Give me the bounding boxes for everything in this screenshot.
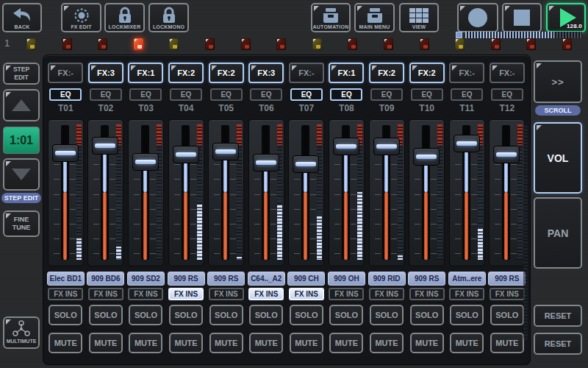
track-mute-button[interactable]: MUTE: [329, 333, 363, 353]
step-pad-7[interactable]: [241, 38, 251, 50]
track-solo-button[interactable]: SOLO: [249, 305, 283, 325]
track-fx-button[interactable]: FX:3: [248, 63, 284, 83]
track-solo-button[interactable]: SOLO: [329, 305, 363, 325]
step-pad-15[interactable]: [526, 38, 536, 50]
track-solo-button[interactable]: SOLO: [129, 305, 162, 325]
automation-button[interactable]: AUTOMATION: [311, 3, 351, 32]
track-fx-insert-button[interactable]: FX INS: [409, 288, 445, 300]
track-sample-button[interactable]: Elec BD1: [47, 272, 85, 286]
track-sample-button[interactable]: 909 CH: [287, 272, 325, 286]
step-pad-14[interactable]: [491, 38, 501, 50]
track-eq-button[interactable]: EQ: [290, 88, 323, 101]
track-fx-insert-button[interactable]: FX INS: [248, 288, 284, 300]
fader-handle[interactable]: [413, 148, 440, 166]
track-fader[interactable]: [48, 119, 84, 266]
track-fx-button[interactable]: FX:2: [168, 63, 204, 83]
reset-solo-button[interactable]: RESET: [534, 305, 582, 327]
track-mute-button[interactable]: MUTE: [89, 333, 123, 353]
track-fader[interactable]: [168, 119, 204, 266]
track-fx-insert-button[interactable]: FX INS: [369, 288, 404, 300]
fine-tune-button[interactable]: FINE TUNE: [3, 210, 40, 237]
step-pad-1[interactable]: [26, 38, 36, 50]
track-fx-button[interactable]: FX:2: [409, 63, 445, 83]
track-fader[interactable]: [208, 119, 244, 266]
track-fx-button[interactable]: FX:-: [48, 63, 83, 83]
step-pad-8[interactable]: [276, 38, 286, 50]
track-mute-button[interactable]: MUTE: [450, 333, 484, 353]
track-sample-button[interactable]: 909 RS: [207, 272, 245, 286]
fader-handle[interactable]: [493, 146, 520, 163]
track-sample-button[interactable]: C64.._A2: [248, 272, 285, 286]
track-fx-button[interactable]: FX:3: [88, 63, 123, 83]
pan-mode-button[interactable]: PAN: [534, 197, 582, 269]
step-pad-6[interactable]: [205, 38, 215, 50]
track-sample-button[interactable]: 909 BD6: [87, 272, 124, 286]
track-solo-button[interactable]: SOLO: [410, 305, 444, 325]
record-button[interactable]: [457, 3, 498, 32]
step-pad-13[interactable]: [455, 38, 465, 50]
track-mute-button[interactable]: MUTE: [490, 333, 524, 353]
fader-handle[interactable]: [453, 135, 480, 152]
track-eq-button[interactable]: EQ: [250, 88, 282, 101]
track-sample-button[interactable]: 909 RS: [488, 272, 526, 286]
fader-handle[interactable]: [92, 137, 118, 155]
track-solo-button[interactable]: SOLO: [169, 305, 203, 325]
track-eq-button[interactable]: EQ: [370, 88, 403, 101]
track-mute-button[interactable]: MUTE: [370, 333, 404, 353]
track-fx-insert-button[interactable]: FX INS: [168, 288, 204, 300]
fader-handle[interactable]: [173, 146, 199, 163]
step-up-button[interactable]: [3, 89, 40, 121]
track-sample-button[interactable]: 909 RID: [368, 272, 406, 286]
track-solo-button[interactable]: SOLO: [209, 305, 243, 325]
track-eq-button[interactable]: EQ: [129, 88, 162, 101]
fader-handle[interactable]: [373, 138, 400, 155]
fx-edit-button[interactable]: FX EDIT: [61, 3, 101, 32]
track-eq-button[interactable]: EQ: [90, 88, 122, 101]
track-sample-button[interactable]: 909 SD2: [127, 272, 165, 286]
fader-handle[interactable]: [52, 144, 79, 162]
track-fx-button[interactable]: FX:1: [128, 63, 163, 83]
track-fx-button[interactable]: FX:-: [490, 63, 525, 83]
track-fx-insert-button[interactable]: FX INS: [48, 288, 83, 300]
track-fx-button[interactable]: FX:2: [209, 63, 244, 83]
step-pad-12[interactable]: [420, 38, 429, 50]
track-solo-button[interactable]: SOLO: [290, 305, 323, 325]
track-fader[interactable]: [87, 119, 123, 266]
fader-handle[interactable]: [333, 138, 359, 155]
track-fx-insert-button[interactable]: FX INS: [449, 288, 484, 300]
track-fx-insert-button[interactable]: FX INS: [329, 288, 364, 300]
track-fx-insert-button[interactable]: FX INS: [88, 288, 123, 300]
step-pad-10[interactable]: [348, 38, 357, 50]
fader-handle[interactable]: [253, 154, 279, 171]
track-eq-button[interactable]: EQ: [411, 88, 443, 101]
track-mute-button[interactable]: MUTE: [410, 333, 444, 353]
track-mute-button[interactable]: MUTE: [209, 333, 243, 353]
track-mute-button[interactable]: MUTE: [249, 333, 283, 353]
track-eq-button[interactable]: EQ: [451, 88, 483, 101]
stop-button[interactable]: [502, 3, 542, 32]
step-edit-button[interactable]: STEP EDIT: [3, 63, 40, 85]
reset-mute-button[interactable]: RESET: [534, 333, 582, 355]
track-mute-button[interactable]: MUTE: [290, 333, 323, 353]
track-eq-button[interactable]: EQ: [210, 88, 243, 101]
multimute-button[interactable]: MULTIMUTE: [3, 316, 40, 349]
track-fx-button[interactable]: FX:-: [449, 63, 484, 83]
fader-handle[interactable]: [212, 143, 239, 160]
track-solo-button[interactable]: SOLO: [49, 305, 82, 325]
track-fader[interactable]: [369, 119, 405, 266]
track-fx-insert-button[interactable]: FX INS: [289, 288, 324, 300]
track-fx-button[interactable]: FX:-: [289, 63, 324, 83]
track-eq-button[interactable]: EQ: [170, 88, 202, 101]
vol-mode-button[interactable]: VOL: [534, 122, 582, 194]
play-button[interactable]: 128.0: [546, 3, 586, 32]
step-pad-16[interactable]: [562, 38, 572, 50]
track-fader[interactable]: [449, 119, 485, 266]
scroll-right-button[interactable]: >>: [534, 60, 582, 103]
lock-mono-button[interactable]: LOCKMONO: [148, 3, 189, 32]
fader-handle[interactable]: [132, 153, 159, 171]
step-pad-3[interactable]: [98, 38, 107, 50]
track-solo-button[interactable]: SOLO: [490, 305, 524, 325]
track-eq-button[interactable]: EQ: [330, 88, 362, 101]
view-button[interactable]: VIEW: [399, 3, 439, 32]
step-pad-4[interactable]: [134, 38, 143, 50]
